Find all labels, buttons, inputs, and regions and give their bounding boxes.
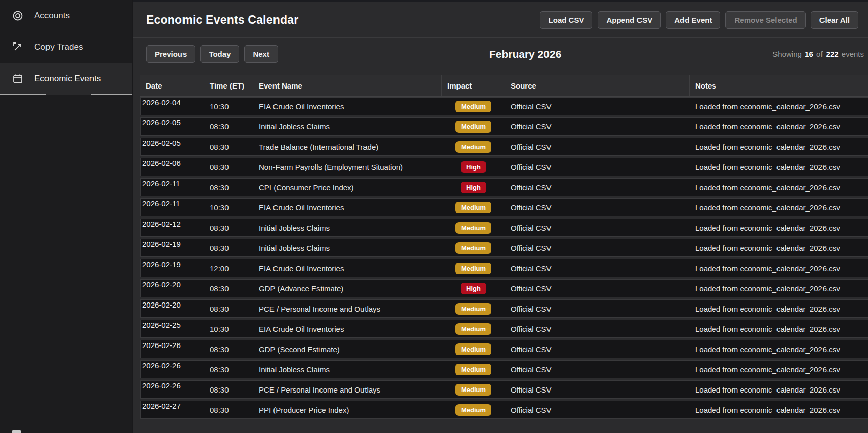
cell-event-name[interactable]: PCE / Personal Income and Outlays [253,305,442,313]
cell-date[interactable]: 2026-02-11 [141,179,204,188]
today-button[interactable]: Today [200,45,239,63]
cell-time[interactable]: 10:30 [204,102,253,111]
cell-date[interactable]: 2026-02-26 [141,381,204,390]
cell-event-name[interactable]: CPI (Consumer Price Index) [253,183,442,192]
cell-time[interactable]: 08:30 [204,305,253,313]
cell-date[interactable]: 2026-02-20 [141,300,204,309]
impact-badge-high[interactable]: High [461,283,486,294]
cell-event-name[interactable]: GDP (Second Estimate) [253,345,442,354]
cell-date[interactable]: 2026-02-11 [141,199,204,208]
cell-time[interactable]: 08:30 [204,163,253,171]
table-row[interactable]: 2026-02-2008:30GDP (Advance Estimate)Hig… [140,279,868,297]
table-row[interactable]: 2026-02-1110:30EIA Crude Oil Inventories… [140,198,868,216]
next-button[interactable]: Next [244,45,278,63]
cell-source: Official CSV [505,345,690,354]
cell-event-name[interactable]: EIA Crude Oil Inventories [253,325,442,333]
table-row[interactable]: 2026-02-2608:30GDP (Second Estimate)Medi… [140,340,868,358]
table-row[interactable]: 2026-02-2708:30PPI (Producer Price Index… [140,401,868,419]
impact-badge-medium[interactable]: Medium [455,323,491,335]
cell-event-name[interactable]: Trade Balance (International Trade) [253,143,442,151]
cell-date[interactable]: 2026-02-06 [141,158,204,167]
cell-event-name[interactable]: Non-Farm Payrolls (Employment Situation) [253,163,442,171]
cell-event-name[interactable]: Initial Jobless Claims [253,224,442,232]
cell-date[interactable]: 2026-02-20 [141,280,204,289]
load-csv-button[interactable]: Load CSV [540,11,593,29]
table-row[interactable]: 2026-02-0508:30Trade Balance (Internatio… [140,138,868,156]
table-row[interactable]: 2026-02-2008:30PCE / Personal Income and… [140,299,868,318]
add-event-button[interactable]: Add Event [666,11,720,29]
cell-event-name[interactable]: GDP (Advance Estimate) [253,284,442,293]
impact-badge-medium[interactable]: Medium [455,343,491,355]
cell-date[interactable]: 2026-02-26 [141,340,204,350]
cell-date[interactable]: 2026-02-25 [141,320,204,329]
sidebar-item-copy-trades[interactable]: Copy Trades [0,31,132,63]
cell-time[interactable]: 08:30 [204,122,253,131]
table-row[interactable]: 2026-02-2608:30Initial Jobless ClaimsMed… [140,360,868,378]
clear-all-button[interactable]: Clear All [811,11,858,29]
cell-time[interactable]: 10:30 [204,203,253,212]
cell-time[interactable]: 08:30 [204,143,253,151]
impact-badge-medium[interactable]: Medium [455,222,491,234]
cell-time[interactable]: 08:30 [204,385,253,394]
cell-date[interactable]: 2026-02-05 [141,138,204,147]
impact-badge-medium[interactable]: Medium [455,303,491,315]
cell-event-name[interactable]: EIA Crude Oil Inventories [253,203,442,212]
table-row[interactable]: 2026-02-0608:30Non-Farm Payrolls (Employ… [140,158,868,176]
sidebar-bottom-icon[interactable] [12,430,21,433]
table-row[interactable]: 2026-02-2608:30PCE / Personal Income and… [140,380,868,399]
table-row[interactable]: 2026-02-1908:30Initial Jobless ClaimsMed… [140,239,868,257]
cell-event-name[interactable]: Initial Jobless Claims [253,365,442,374]
calendar-icon [12,73,23,84]
impact-badge-medium[interactable]: Medium [455,404,491,416]
impact-badge-medium[interactable]: Medium [455,101,491,112]
cell-notes: Loaded from economic_calendar_2026.csv [690,365,868,374]
impact-badge-high[interactable]: High [461,161,486,173]
cell-impact: Medium [442,404,505,416]
impact-badge-medium[interactable]: Medium [455,141,491,153]
append-csv-button[interactable]: Append CSV [598,11,661,29]
cell-date[interactable]: 2026-02-04 [141,98,204,107]
sidebar-item-economic-events[interactable]: Economic Events [0,63,132,95]
cell-event-name[interactable]: Initial Jobless Claims [253,122,442,131]
cell-time[interactable]: 12:00 [204,264,253,273]
impact-badge-medium[interactable]: Medium [455,384,491,396]
cell-time[interactable]: 08:30 [204,183,253,192]
cell-source: Official CSV [505,143,690,151]
cell-notes: Loaded from economic_calendar_2026.csv [690,102,868,111]
cell-time[interactable]: 08:30 [204,244,253,252]
impact-badge-high[interactable]: High [461,182,486,193]
cell-time[interactable]: 08:30 [204,406,253,414]
cell-date[interactable]: 2026-02-26 [141,361,204,370]
cell-time[interactable]: 10:30 [204,325,253,333]
cell-time[interactable]: 08:30 [204,224,253,232]
cell-date[interactable]: 2026-02-19 [141,239,204,248]
cell-date[interactable]: 2026-02-05 [141,118,204,127]
impact-badge-medium[interactable]: Medium [455,242,491,254]
cell-time[interactable]: 08:30 [204,365,253,374]
impact-badge-medium[interactable]: Medium [455,263,491,274]
cell-event-name[interactable]: PPI (Producer Price Index) [253,406,442,414]
table-row[interactable]: 2026-02-2510:30EIA Crude Oil Inventories… [140,320,868,338]
cell-impact: High [442,182,505,193]
cell-date[interactable]: 2026-02-12 [141,219,204,228]
table-row[interactable]: 2026-02-0508:30Initial Jobless ClaimsMed… [140,117,868,136]
table-row[interactable]: 2026-02-1108:30CPI (Consumer Price Index… [140,178,868,196]
cell-time[interactable]: 08:30 [204,284,253,293]
impact-badge-medium[interactable]: Medium [455,121,491,133]
cell-time[interactable]: 08:30 [204,345,253,354]
cell-date[interactable]: 2026-02-19 [141,259,204,269]
cell-event-name[interactable]: EIA Crude Oil Inventories [253,102,442,111]
remove-selected-button[interactable]: Remove Selected [725,11,805,29]
cell-event-name[interactable]: PCE / Personal Income and Outlays [253,385,442,394]
cell-event-name[interactable]: EIA Crude Oil Inventories [253,264,442,273]
cell-event-name[interactable]: Initial Jobless Claims [253,244,442,252]
impact-badge-medium[interactable]: Medium [455,364,491,375]
previous-button[interactable]: Previous [146,45,195,63]
impact-badge-medium[interactable]: Medium [455,202,491,213]
table-row[interactable]: 2026-02-0410:30EIA Crude Oil Inventories… [140,97,868,115]
table-row[interactable]: 2026-02-1208:30Initial Jobless ClaimsMed… [140,219,868,237]
cell-date[interactable]: 2026-02-27 [141,401,204,410]
sidebar-item-accounts[interactable]: Accounts [0,0,132,31]
page-title: Economic Events Calendar [146,13,298,27]
table-row[interactable]: 2026-02-1912:00EIA Crude Oil Inventories… [140,259,868,277]
